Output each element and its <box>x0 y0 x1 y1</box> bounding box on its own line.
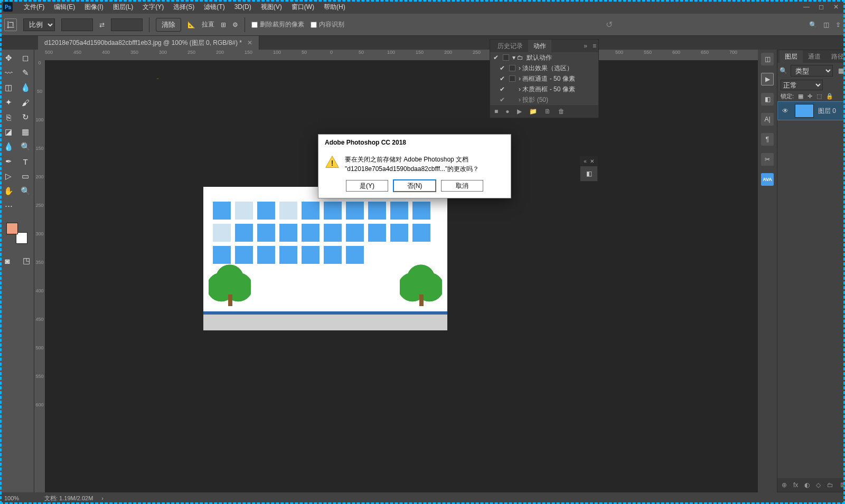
menu-3d[interactable]: 3D(D) <box>230 0 256 14</box>
delete-cropped-checkbox[interactable]: 删除裁剪的像素 <box>251 20 304 29</box>
collapse-icon[interactable]: » <box>584 42 587 50</box>
share-icon[interactable]: ⇪ <box>835 21 841 28</box>
spot-heal-tool[interactable]: ✦ <box>1 96 16 109</box>
panel-mini-play-icon[interactable]: ▶ <box>761 73 774 85</box>
menu-help[interactable]: 帮助(H) <box>319 0 350 14</box>
canvas[interactable] <box>45 60 758 492</box>
search-icon[interactable]: 🔍 <box>809 21 817 28</box>
stop-icon[interactable]: ■ <box>494 108 498 115</box>
dodge-tool[interactable]: 🔍 <box>18 140 33 153</box>
panel-mini-ava-icon[interactable]: AVA <box>761 173 774 186</box>
hand-tool[interactable]: ✋ <box>1 185 16 197</box>
workspace-icon[interactable]: ◫ <box>823 21 829 28</box>
minimize-icon[interactable]: — <box>801 2 812 12</box>
move-tool[interactable]: ✥ <box>1 52 16 64</box>
action-item[interactable]: ✔› 淡出效果（选区） <box>490 63 598 73</box>
new-set-icon[interactable]: 📁 <box>529 108 537 115</box>
close-icon[interactable]: ✕ <box>830 2 842 12</box>
crop-tool-icon[interactable] <box>4 18 17 31</box>
tab-history[interactable]: 历史记录 <box>492 40 528 53</box>
group-icon[interactable]: 🗀 <box>827 481 833 489</box>
type-tool[interactable]: T <box>18 155 33 168</box>
action-item[interactable]: ✔› 投影 (50) <box>490 94 598 105</box>
blend-mode-select[interactable]: 正常 <box>781 80 823 90</box>
panel-mini-adjust-icon[interactable]: ✂ <box>761 153 774 166</box>
eyedropper-tool[interactable]: 💧 <box>18 81 33 94</box>
menu-layer[interactable]: 图层(L) <box>108 0 138 14</box>
layer-item-0[interactable]: 👁 图层 0 <box>777 101 845 120</box>
panel-mini-paragraph-icon[interactable]: ¶ <box>761 133 774 146</box>
color-swatches[interactable] <box>6 223 27 244</box>
link-layers-icon[interactable]: ⊕ <box>782 481 787 489</box>
gradient-tool[interactable]: ▦ <box>18 126 33 138</box>
menu-type[interactable]: 文字(Y) <box>138 0 168 14</box>
blur-tool[interactable]: 💧 <box>1 140 16 153</box>
lock-pixel-icon[interactable]: ⬚ <box>816 93 822 100</box>
marquee-tool[interactable]: ◻ <box>18 52 33 64</box>
action-folder-default[interactable]: ✔▾ 🗀默认动作 <box>490 52 598 63</box>
menu-file[interactable]: 文件(F) <box>19 0 49 14</box>
dialog-no-button[interactable]: 否(N) <box>393 180 436 192</box>
layer-kind-select[interactable]: 类型 <box>791 65 833 77</box>
swap-icon[interactable]: ⇄ <box>99 21 105 28</box>
fx-icon[interactable]: fx <box>793 481 798 489</box>
panel-mini-history-icon[interactable]: ◫ <box>761 53 774 65</box>
menu-edit[interactable]: 编辑(E) <box>49 0 80 14</box>
pen-tool[interactable]: ✒ <box>1 155 16 168</box>
menu-window[interactable]: 窗口(W) <box>287 0 319 14</box>
mini-panel-header[interactable]: «✕ <box>580 156 598 166</box>
record-icon[interactable]: ● <box>505 108 509 115</box>
clone-tool[interactable]: ⎘ <box>1 111 16 123</box>
lock-all-icon[interactable]: ▦ <box>798 93 803 100</box>
menu-view[interactable]: 视图(V) <box>256 0 287 14</box>
tab-channels[interactable]: 通道 <box>803 50 826 63</box>
menu-filter[interactable]: 滤镜(T) <box>199 0 229 14</box>
lasso-tool[interactable]: 〰 <box>1 66 16 79</box>
ratio-width-input[interactable] <box>61 18 93 31</box>
tab-paths[interactable]: 路径 <box>826 50 845 63</box>
dialog-cancel-button[interactable]: 取消 <box>441 180 483 192</box>
doc-info-chevron[interactable]: › <box>101 495 104 501</box>
zoom-value[interactable]: 100% <box>4 495 36 501</box>
grid-icon[interactable]: ⊞ <box>221 21 226 28</box>
rectangle-tool[interactable]: ▭ <box>18 170 33 183</box>
action-item[interactable]: ✔› 木质画框 - 50 像素 <box>490 84 598 94</box>
lock-lock-icon[interactable]: 🔒 <box>826 93 833 100</box>
filter-pixel-icon[interactable]: ▦ <box>836 66 845 75</box>
path-select-tool[interactable]: ▷ <box>1 170 16 183</box>
play-icon[interactable]: ▶ <box>517 108 522 115</box>
dialog-yes-button[interactable]: 是(Y) <box>346 180 388 192</box>
adjustment-icon[interactable]: ◇ <box>816 481 821 489</box>
ratio-height-input[interactable] <box>111 18 143 31</box>
straighten-icon[interactable]: 📐 <box>187 21 195 28</box>
clear-button[interactable]: 清除 <box>156 18 181 32</box>
zoom-tool[interactable]: 🔍 <box>18 185 33 197</box>
tab-layers[interactable]: 图层 <box>780 50 803 63</box>
new-action-icon[interactable]: 🗎 <box>544 108 551 115</box>
mini-panel-icon[interactable]: ◧ <box>580 166 598 182</box>
panel-mini-character-icon[interactable]: A| <box>761 113 774 126</box>
document-tab[interactable]: d12018e705a4d1590bdaa82cbfff1eb3.jpg @ 1… <box>38 36 259 50</box>
screen-mode-icon[interactable]: ◳ <box>19 254 34 267</box>
more-tools[interactable]: ⋯ <box>1 199 16 212</box>
brush-tool[interactable]: 🖌 <box>18 96 33 109</box>
foreground-color-swatch[interactable] <box>6 223 18 234</box>
eraser-tool[interactable]: ◪ <box>1 126 16 138</box>
panel-mini-properties-icon[interactable]: ◧ <box>761 93 774 106</box>
gear-icon[interactable]: ⚙ <box>232 21 238 28</box>
panel-menu-icon[interactable]: ≡ <box>593 42 596 50</box>
quick-select-tool[interactable]: ✎ <box>18 66 33 79</box>
menu-select[interactable]: 选择(S) <box>168 0 199 14</box>
tab-actions[interactable]: 动作 <box>528 40 551 53</box>
action-item[interactable]: ✔› 画框通道 - 50 像素 <box>490 73 598 84</box>
undo-icon[interactable]: ↺ <box>606 20 613 30</box>
layer-visibility-icon[interactable]: 👁 <box>782 107 791 115</box>
ratio-select[interactable]: 比例 <box>23 18 55 31</box>
history-brush-tool[interactable]: ↻ <box>18 111 33 123</box>
quick-mask-icon[interactable]: ◙ <box>0 254 15 267</box>
maximize-icon[interactable]: ◻ <box>815 2 827 12</box>
lock-pos-icon[interactable]: ✛ <box>808 93 812 100</box>
tab-close-icon[interactable]: ✕ <box>247 39 252 46</box>
mask-icon[interactable]: ◐ <box>804 481 810 489</box>
crop-tool[interactable]: ◫ <box>1 81 16 94</box>
